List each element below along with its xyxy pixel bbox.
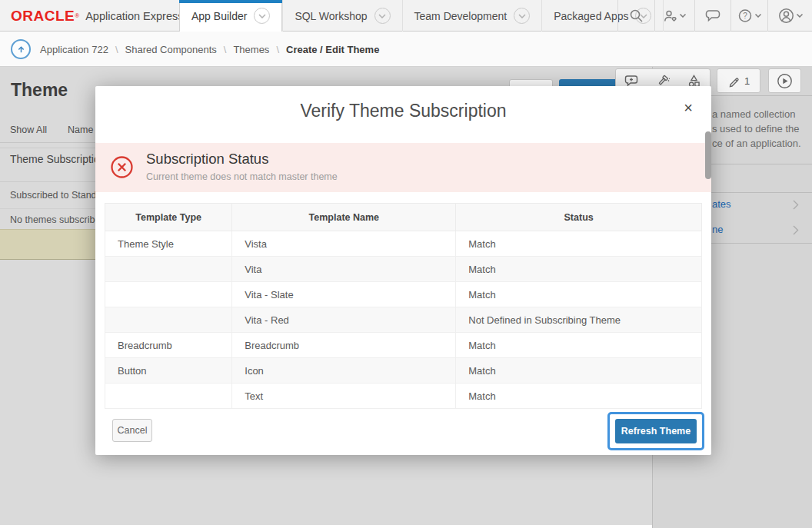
up-level-button[interactable] [11, 39, 31, 59]
template-type-cell [105, 282, 232, 307]
tab-label: Team Development [414, 10, 508, 22]
sidebar-link-label: ates [712, 198, 731, 210]
tab-sql-workshop[interactable]: SQL Workshop [282, 0, 401, 32]
breadcrumb-separator: \ [224, 44, 227, 55]
status-cell: Match [456, 384, 702, 409]
help-button[interactable]: ? [730, 0, 767, 32]
topnav-tabs: App BuilderSQL WorkshopTeam DevelopmentP… [179, 0, 664, 32]
subscription-text-row: No themes subscribe [10, 214, 95, 225]
template-name-cell: Text [232, 384, 456, 409]
status-cell: Not Defined in Subscribing Theme [456, 307, 702, 333]
subscription-text-row: Subscribed to Standa [10, 190, 95, 201]
pencil-icon [727, 75, 740, 88]
dialog-scrollbar-thumb[interactable] [705, 131, 711, 179]
edit-page-number: 1 [744, 75, 750, 87]
sidebar-about-line: a named collection [712, 107, 801, 121]
template-type-cell: Button [105, 358, 232, 384]
edit-page-button[interactable]: 1 [717, 68, 760, 93]
sidebar-about-text: a named collections used to define thece… [712, 107, 801, 151]
administration-icon [664, 9, 677, 23]
breadcrumb-current: Create / Edit Theme [286, 44, 379, 55]
product-name: Application Express [85, 10, 183, 22]
breadcrumb-separator: \ [115, 44, 118, 55]
error-circle-icon [110, 155, 134, 179]
search-icon [629, 8, 644, 23]
table-row: TextMatch [105, 384, 702, 409]
tab-app-builder[interactable]: App Builder [179, 0, 282, 32]
status-cell: Match [456, 333, 702, 358]
chevron-down-icon [680, 14, 686, 18]
subscription-status-alert: Subscription Status Current theme does n… [95, 143, 711, 192]
sidebar-about-line: ce of an application. [712, 136, 801, 151]
template-type-cell: Theme Style [105, 231, 232, 257]
template-name-cell: Vita [232, 257, 456, 282]
sidebar-about-line: s used to define the [712, 121, 801, 136]
chevron-right-icon [793, 225, 799, 235]
breadcrumb: Application 722\Shared Components\Themes… [40, 32, 379, 67]
template-name-cell: Vita - Red [232, 307, 456, 333]
table-row: VitaMatch [105, 257, 702, 282]
page-title: Theme [11, 80, 68, 101]
close-icon[interactable]: × [679, 98, 697, 117]
play-icon [777, 73, 793, 89]
table-row: Vita - SlateMatch [105, 282, 702, 307]
status-cell: Match [456, 257, 702, 282]
verify-table-body: Theme StyleVistaMatchVitaMatchVita - Sla… [105, 231, 702, 409]
template-name-cell: Icon [232, 358, 456, 384]
chevron-right-icon [793, 200, 799, 210]
filter-tab-name[interactable]: Name [68, 125, 93, 135]
user-avatar-icon [778, 8, 794, 24]
account-menu-button[interactable] [767, 0, 812, 32]
cancel-button[interactable]: Cancel [112, 419, 152, 442]
template-type-cell [105, 307, 232, 333]
oracle-apex-logo[interactable]: ORACLE® Application Express [11, 0, 183, 32]
tab-team-development[interactable]: Team Development [402, 0, 542, 32]
oracle-logo-text: ORACLE [11, 8, 75, 25]
feedback-chat-button[interactable] [694, 0, 730, 32]
run-application-button[interactable] [768, 68, 801, 93]
tab-menu-chevron-icon[interactable] [514, 8, 530, 24]
filter-tab-show-all[interactable]: Show All [10, 125, 47, 135]
template-type-cell: Breadcrumb [105, 333, 232, 358]
column-header: Status [456, 204, 702, 231]
breadcrumb-item[interactable]: Themes [233, 44, 269, 55]
tab-label: App Builder [191, 10, 247, 22]
chevron-down-icon [755, 14, 761, 18]
table-row: Theme StyleVistaMatch [105, 231, 702, 257]
table-row: ButtonIconMatch [105, 358, 702, 384]
arrow-up-icon [16, 45, 26, 55]
top-navigation-bar: ORACLE® Application Express App BuilderS… [0, 0, 812, 32]
dialog-title: Verify Theme Subscription [95, 101, 711, 121]
template-comparison-table: Template TypeTemplate NameStatus Theme S… [105, 203, 702, 409]
breadcrumb-item[interactable]: Application 722 [40, 44, 108, 55]
breadcrumb-separator: \ [276, 44, 279, 55]
svg-text:?: ? [743, 12, 747, 20]
table-row: BreadcrumbBreadcrumbMatch [105, 333, 702, 358]
chat-bubble-icon [705, 9, 720, 22]
status-cell: Match [456, 358, 702, 384]
column-header: Template Type [105, 204, 232, 231]
alert-title: Subscription Status [146, 151, 268, 168]
refresh-theme-button[interactable]: Refresh Theme [615, 419, 697, 443]
breadcrumb-item[interactable]: Shared Components [125, 44, 217, 55]
column-header: Template Name [232, 204, 456, 231]
template-type-cell [105, 257, 232, 282]
chevron-down-icon [797, 14, 803, 18]
breadcrumb-bar: Application 722\Shared Components\Themes… [0, 32, 812, 67]
template-name-cell: Breadcrumb [232, 333, 456, 358]
table-row: Vita - RedNot Defined in Subscribing The… [105, 307, 702, 333]
tab-menu-chevron-icon[interactable] [374, 8, 391, 24]
tab-menu-chevron-icon[interactable] [254, 8, 270, 24]
page-footer-strip [0, 525, 652, 528]
verify-theme-subscription-dialog: Verify Theme Subscription × Subscription… [95, 86, 711, 455]
search-button[interactable] [617, 0, 654, 32]
topnav-icons: ? [617, 0, 812, 32]
section-title-theme-subscription: Theme Subscription [10, 153, 106, 165]
tab-label: SQL Workshop [295, 10, 367, 22]
template-name-cell: Vista [232, 231, 456, 257]
registered-mark: ® [75, 12, 79, 20]
administration-button[interactable] [654, 0, 694, 32]
help-icon: ? [738, 8, 753, 23]
primary-button-focus-ring: Refresh Theme [607, 412, 704, 450]
template-type-cell [105, 384, 232, 409]
